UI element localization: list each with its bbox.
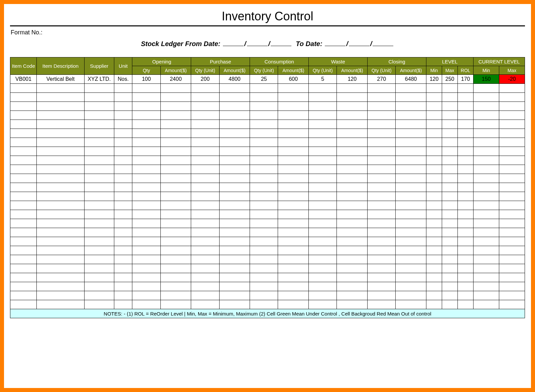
empty-cell[interactable] <box>132 102 160 111</box>
empty-cell[interactable] <box>309 237 337 246</box>
empty-cell[interactable] <box>458 210 474 219</box>
empty-cell[interactable] <box>10 282 37 291</box>
empty-cell[interactable] <box>442 183 458 192</box>
empty-cell[interactable] <box>132 246 160 255</box>
empty-cell[interactable] <box>219 192 250 201</box>
empty-cell[interactable] <box>10 102 37 111</box>
empty-cell[interactable] <box>191 183 219 192</box>
empty-cell[interactable] <box>278 228 309 237</box>
cell-opening_qty[interactable]: 100 <box>132 75 160 84</box>
empty-cell[interactable] <box>10 201 37 210</box>
empty-cell[interactable] <box>37 174 84 183</box>
empty-cell[interactable] <box>278 192 309 201</box>
empty-cell[interactable] <box>337 219 368 228</box>
empty-cell[interactable] <box>219 300 250 309</box>
empty-cell[interactable] <box>337 93 368 102</box>
empty-cell[interactable] <box>458 300 474 309</box>
empty-cell[interactable] <box>160 219 191 228</box>
empty-cell[interactable] <box>132 174 160 183</box>
empty-cell[interactable] <box>474 237 499 246</box>
empty-cell[interactable] <box>250 201 278 210</box>
empty-cell[interactable] <box>396 120 426 129</box>
empty-cell[interactable] <box>396 183 426 192</box>
empty-cell[interactable] <box>219 237 250 246</box>
empty-cell[interactable] <box>250 174 278 183</box>
empty-cell[interactable] <box>84 93 114 102</box>
empty-cell[interactable] <box>37 210 84 219</box>
empty-cell[interactable] <box>10 84 37 93</box>
empty-cell[interactable] <box>114 210 132 219</box>
empty-cell[interactable] <box>442 84 458 93</box>
empty-cell[interactable] <box>37 129 84 138</box>
empty-cell[interactable] <box>337 255 368 264</box>
empty-cell[interactable] <box>368 228 396 237</box>
empty-cell[interactable] <box>37 264 84 273</box>
empty-cell[interactable] <box>368 183 396 192</box>
empty-cell[interactable] <box>114 183 132 192</box>
empty-cell[interactable] <box>426 129 442 138</box>
empty-cell[interactable] <box>474 255 499 264</box>
empty-cell[interactable] <box>474 219 499 228</box>
empty-cell[interactable] <box>84 183 114 192</box>
empty-cell[interactable] <box>219 138 250 147</box>
empty-cell[interactable] <box>442 147 458 156</box>
empty-cell[interactable] <box>250 111 278 120</box>
empty-cell[interactable] <box>114 291 132 300</box>
empty-cell[interactable] <box>337 201 368 210</box>
empty-cell[interactable] <box>474 165 499 174</box>
empty-cell[interactable] <box>368 174 396 183</box>
empty-cell[interactable] <box>309 120 337 129</box>
empty-cell[interactable] <box>442 174 458 183</box>
empty-cell[interactable] <box>426 264 442 273</box>
to-date-day[interactable] <box>325 39 346 46</box>
empty-cell[interactable] <box>309 228 337 237</box>
empty-cell[interactable] <box>278 111 309 120</box>
empty-cell[interactable] <box>474 282 499 291</box>
empty-cell[interactable] <box>442 192 458 201</box>
empty-cell[interactable] <box>474 138 499 147</box>
empty-cell[interactable] <box>37 120 84 129</box>
empty-cell[interactable] <box>114 219 132 228</box>
empty-cell[interactable] <box>337 129 368 138</box>
empty-cell[interactable] <box>191 228 219 237</box>
empty-cell[interactable] <box>458 102 474 111</box>
empty-cell[interactable] <box>337 102 368 111</box>
empty-cell[interactable] <box>309 210 337 219</box>
cell-current_max[interactable]: -20 <box>499 75 525 84</box>
empty-cell[interactable] <box>368 273 396 282</box>
empty-cell[interactable] <box>10 165 37 174</box>
empty-cell[interactable] <box>114 237 132 246</box>
empty-cell[interactable] <box>309 93 337 102</box>
empty-cell[interactable] <box>10 255 37 264</box>
empty-cell[interactable] <box>474 228 499 237</box>
empty-cell[interactable] <box>114 228 132 237</box>
empty-cell[interactable] <box>191 165 219 174</box>
empty-cell[interactable] <box>250 237 278 246</box>
empty-cell[interactable] <box>219 183 250 192</box>
empty-cell[interactable] <box>84 237 114 246</box>
empty-cell[interactable] <box>309 300 337 309</box>
empty-cell[interactable] <box>10 192 37 201</box>
empty-cell[interactable] <box>114 102 132 111</box>
empty-cell[interactable] <box>426 255 442 264</box>
empty-cell[interactable] <box>132 138 160 147</box>
empty-cell[interactable] <box>458 219 474 228</box>
empty-cell[interactable] <box>114 255 132 264</box>
empty-cell[interactable] <box>442 228 458 237</box>
empty-cell[interactable] <box>499 237 525 246</box>
empty-cell[interactable] <box>114 111 132 120</box>
empty-cell[interactable] <box>368 93 396 102</box>
empty-cell[interactable] <box>278 102 309 111</box>
empty-cell[interactable] <box>132 210 160 219</box>
empty-cell[interactable] <box>84 264 114 273</box>
empty-cell[interactable] <box>499 201 525 210</box>
empty-cell[interactable] <box>368 156 396 165</box>
empty-cell[interactable] <box>250 282 278 291</box>
empty-cell[interactable] <box>160 300 191 309</box>
empty-cell[interactable] <box>114 264 132 273</box>
empty-cell[interactable] <box>368 147 396 156</box>
empty-cell[interactable] <box>337 84 368 93</box>
empty-cell[interactable] <box>114 282 132 291</box>
cell-purchase_amt[interactable]: 4800 <box>219 75 250 84</box>
empty-cell[interactable] <box>114 165 132 174</box>
